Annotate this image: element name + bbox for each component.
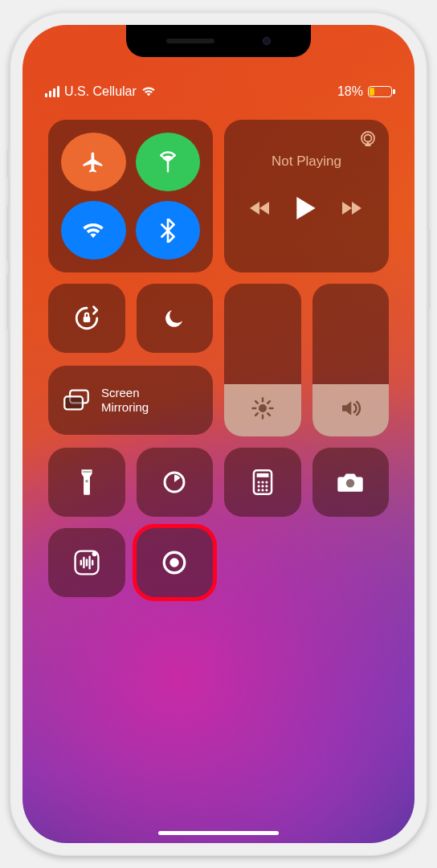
svg-point-25 xyxy=(265,485,268,487)
svg-point-38 xyxy=(170,558,179,567)
connectivity-tile[interactable] xyxy=(48,120,213,272)
svg-point-4 xyxy=(259,404,267,412)
screen-record-icon xyxy=(161,549,188,576)
shortcut-row-2 xyxy=(48,528,389,597)
svg-point-28 xyxy=(265,489,268,491)
previous-track-icon xyxy=(250,200,271,216)
bluetooth-icon xyxy=(160,219,176,243)
battery-icon xyxy=(368,86,392,97)
side-button[interactable] xyxy=(427,229,431,309)
svg-line-9 xyxy=(255,401,258,403)
now-playing-label: Not Playing xyxy=(237,154,376,170)
front-camera xyxy=(263,37,271,45)
screen: U.S. Cellular 18% xyxy=(22,25,415,843)
flashlight-icon xyxy=(78,469,96,496)
svg-point-29 xyxy=(346,479,354,487)
screen-mirroring-button[interactable]: Screen Mirroring xyxy=(48,366,213,435)
svg-point-2 xyxy=(365,135,372,142)
wifi-toggle[interactable] xyxy=(61,201,126,260)
play-button[interactable] xyxy=(296,197,316,219)
svg-point-21 xyxy=(261,481,263,483)
svg-rect-15 xyxy=(83,471,91,473)
calculator-button[interactable] xyxy=(224,448,301,517)
svg-line-12 xyxy=(268,401,270,403)
brightness-slider[interactable] xyxy=(224,284,301,436)
phone-frame: U.S. Cellular 18% xyxy=(10,12,427,856)
home-indicator[interactable] xyxy=(158,831,279,835)
next-track-icon xyxy=(342,200,363,216)
cellular-signal-icon xyxy=(45,86,59,97)
timer-icon xyxy=(161,469,187,495)
volume-slider[interactable] xyxy=(312,284,390,436)
airplane-mode-toggle[interactable] xyxy=(61,133,126,191)
wifi-status-icon xyxy=(141,86,156,97)
svg-point-24 xyxy=(261,485,263,487)
svg-rect-19 xyxy=(256,473,268,477)
next-track-button[interactable] xyxy=(342,200,363,216)
svg-point-36 xyxy=(92,551,96,556)
timer-button[interactable] xyxy=(137,448,214,517)
notch xyxy=(126,25,311,57)
calculator-icon xyxy=(252,469,273,495)
svg-rect-3 xyxy=(84,317,91,322)
carrier-label: U.S. Cellular xyxy=(64,84,137,99)
svg-point-20 xyxy=(257,481,259,483)
play-icon xyxy=(296,197,316,219)
battery-percent: 18% xyxy=(337,84,363,99)
volume-up-button[interactable] xyxy=(6,205,10,261)
earpiece xyxy=(166,39,214,43)
svg-point-22 xyxy=(265,481,268,483)
screen-mirroring-icon xyxy=(63,389,90,411)
svg-line-11 xyxy=(255,413,258,416)
bluetooth-toggle[interactable] xyxy=(136,201,201,260)
voice-memos-icon xyxy=(72,548,101,577)
cellular-data-toggle[interactable] xyxy=(136,133,201,191)
mute-switch[interactable] xyxy=(6,149,10,178)
orientation-lock-icon xyxy=(73,305,100,332)
media-tile[interactable]: Not Playing xyxy=(224,120,389,272)
previous-track-button[interactable] xyxy=(250,200,271,216)
do-not-disturb-icon xyxy=(162,306,186,330)
svg-rect-14 xyxy=(64,396,83,409)
camera-icon xyxy=(337,471,364,493)
control-center: Not Playing xyxy=(22,105,415,597)
airplane-icon xyxy=(81,150,105,174)
mirroring-label: Screen Mirroring xyxy=(101,386,149,415)
svg-point-16 xyxy=(85,480,88,482)
flashlight-button[interactable] xyxy=(48,448,125,517)
svg-point-23 xyxy=(257,485,259,487)
volume-down-button[interactable] xyxy=(6,273,10,330)
volume-icon xyxy=(338,396,362,420)
shortcut-row-1 xyxy=(48,448,389,517)
do-not-disturb-toggle[interactable] xyxy=(137,284,214,353)
screen-record-button[interactable] xyxy=(137,528,214,597)
camera-button[interactable] xyxy=(312,448,390,517)
wifi-icon xyxy=(81,221,105,240)
cellular-antenna-icon xyxy=(156,150,180,174)
svg-point-27 xyxy=(261,489,263,491)
voice-memos-button[interactable] xyxy=(48,528,125,597)
brightness-icon xyxy=(251,396,275,420)
airplay-icon[interactable] xyxy=(358,129,378,149)
svg-point-0 xyxy=(166,158,170,162)
svg-line-10 xyxy=(268,413,270,416)
svg-point-26 xyxy=(257,489,259,491)
orientation-lock-toggle[interactable] xyxy=(48,284,125,353)
